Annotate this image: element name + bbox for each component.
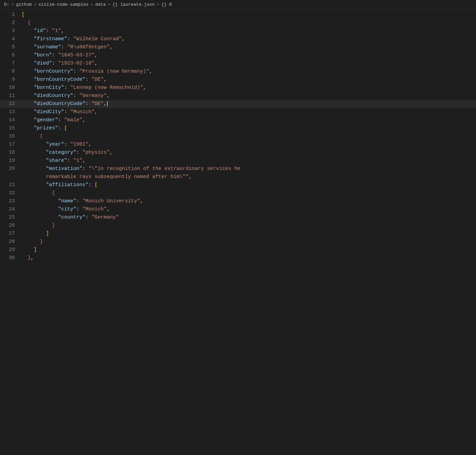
line-content[interactable]: { (20, 19, 476, 27)
line-number: 6 (0, 51, 20, 59)
line-content[interactable]: "name": "Munich University", (20, 197, 476, 205)
line-content[interactable]: "year": "1901", (20, 141, 476, 149)
line-content[interactable]: "bornCountry": "Prussia (now Germany)", (20, 68, 476, 76)
line-number: 16 (0, 132, 20, 141)
line-content[interactable]: { (20, 132, 476, 141)
breadcrumb-sep-2: > (34, 2, 36, 7)
code-line: 23 "name": "Munich University", (0, 197, 476, 205)
line-content[interactable]: } (20, 238, 476, 246)
line-number: 24 (0, 205, 20, 213)
code-line: 16 { (0, 132, 476, 141)
code-line: 4 "firstname": "Wilhelm Conrad", (0, 35, 476, 43)
breadcrumb-bar: D: > github > xlslim-code-samples > data… (0, 0, 476, 9)
breadcrumb-sep-1: > (11, 2, 14, 7)
line-number: 3 (0, 27, 20, 35)
line-content[interactable]: "motivation": "\"in recognition of the e… (20, 165, 476, 173)
line-content[interactable]: [ (20, 11, 476, 19)
line-number: 14 (0, 116, 20, 124)
line-content[interactable]: "born": "1845-03-27", (20, 51, 476, 59)
line-content[interactable]: "diedCountry": "Germany", (20, 92, 476, 100)
line-content[interactable]: }, (20, 254, 476, 262)
line-number: 4 (0, 35, 20, 43)
breadcrumb-sep-5: > (157, 2, 159, 7)
code-line: 22 { (0, 189, 476, 197)
code-line: 26 } (0, 222, 476, 230)
code-container: 1 [ 2 { 3 "id": "1", 4 "firstname": "Wil… (0, 9, 476, 262)
line-content[interactable]: "died": "1923-02-10", (20, 59, 476, 68)
breadcrumb-data: data (95, 2, 106, 7)
line-content[interactable]: "affiliations": [ (20, 181, 476, 189)
breadcrumb-file: {} laureate.json (112, 2, 155, 7)
line-content[interactable]: "surname": "R\u00f6ntgen", (20, 43, 476, 51)
code-line: 15 "prizes": [ (0, 124, 476, 132)
line-number: 29 (0, 246, 20, 254)
line-number: 2 (0, 19, 20, 27)
line-number: 9 (0, 76, 20, 84)
line-number: 5 (0, 43, 20, 51)
code-line: 27 ] (0, 230, 476, 238)
line-number: 22 (0, 189, 20, 197)
line-number: 8 (0, 68, 20, 76)
line-number: 17 (0, 141, 20, 149)
breadcrumb-node: {} 0 (161, 2, 172, 7)
line-content[interactable]: "diedCity": "Munich", (20, 108, 476, 116)
line-number: 11 (0, 92, 20, 100)
breadcrumb-repo: xlslim-code-samples (38, 2, 88, 7)
line-number: 23 (0, 197, 20, 205)
code-line: 20 "motivation": "\"in recognition of th… (0, 165, 476, 181)
code-line-cursor: 12 "diedCountryCode": "DE", (0, 100, 476, 108)
line-number: 30 (0, 254, 20, 262)
line-content[interactable]: "bornCity": "Lennep (now Remscheid)", (20, 84, 476, 92)
line-number: 27 (0, 230, 20, 238)
line-number: 12 (0, 100, 20, 108)
breadcrumb-sep-3: > (90, 2, 93, 7)
breadcrumb-github: github (16, 2, 32, 7)
code-line: 7 "died": "1923-02-10", (0, 59, 476, 68)
code-line: 11 "diedCountry": "Germany", (0, 92, 476, 100)
line-content-continuation[interactable]: remarkable rays subsequently named after… (20, 173, 476, 181)
line-number: 20 (0, 165, 20, 173)
line-number: 21 (0, 181, 20, 189)
line-number: 25 (0, 213, 20, 222)
code-line: 9 "bornCountryCode": "DE", (0, 76, 476, 84)
line-content[interactable]: "diedCountryCode": "DE", (20, 100, 476, 108)
line-number: 10 (0, 84, 20, 92)
breadcrumb-drive: D: (4, 2, 9, 7)
line-content[interactable]: "category": "physics", (20, 149, 476, 157)
line-content[interactable]: "country": "Germany" (20, 213, 476, 222)
line-number: 13 (0, 108, 20, 116)
code-line: 18 "category": "physics", (0, 149, 476, 157)
code-line: 1 [ (0, 11, 476, 19)
line-content[interactable]: ] (20, 246, 476, 254)
line-content[interactable]: "bornCountryCode": "DE", (20, 76, 476, 84)
line-content[interactable]: "city": "Munich", (20, 205, 476, 213)
code-line: 24 "city": "Munich", (0, 205, 476, 213)
code-line: 2 { (0, 19, 476, 27)
line-content[interactable]: "firstname": "Wilhelm Conrad", (20, 35, 476, 43)
code-line: 19 "share": "1", (0, 157, 476, 165)
line-content[interactable]: "gender": "male", (20, 116, 476, 124)
code-line: 13 "diedCity": "Munich", (0, 108, 476, 116)
line-number: 28 (0, 238, 20, 246)
code-line: 3 "id": "1", (0, 27, 476, 35)
line-content[interactable]: "share": "1", (20, 157, 476, 165)
line-content[interactable]: "id": "1", (20, 27, 476, 35)
code-line: 17 "year": "1901", (0, 141, 476, 149)
breadcrumb-sep-4: > (108, 2, 110, 7)
code-line: 5 "surname": "R\u00f6ntgen", (0, 43, 476, 51)
code-line: 28 } (0, 238, 476, 246)
line-content[interactable]: "prizes": [ (20, 124, 476, 132)
line-number: 26 (0, 222, 20, 230)
line-content[interactable]: } (20, 222, 476, 230)
line-number: 18 (0, 149, 20, 157)
line-content[interactable]: ] (20, 230, 476, 238)
code-line: 21 "affiliations": [ (0, 181, 476, 189)
line-number: 7 (0, 59, 20, 68)
code-line: 10 "bornCity": "Lennep (now Remscheid)", (0, 84, 476, 92)
line-number-blank (0, 173, 20, 181)
code-line: 6 "born": "1845-03-27", (0, 51, 476, 59)
code-line: 25 "country": "Germany" (0, 213, 476, 222)
line-content[interactable]: { (20, 189, 476, 197)
code-line: 8 "bornCountry": "Prussia (now Germany)"… (0, 68, 476, 76)
line-number: 19 (0, 157, 20, 165)
